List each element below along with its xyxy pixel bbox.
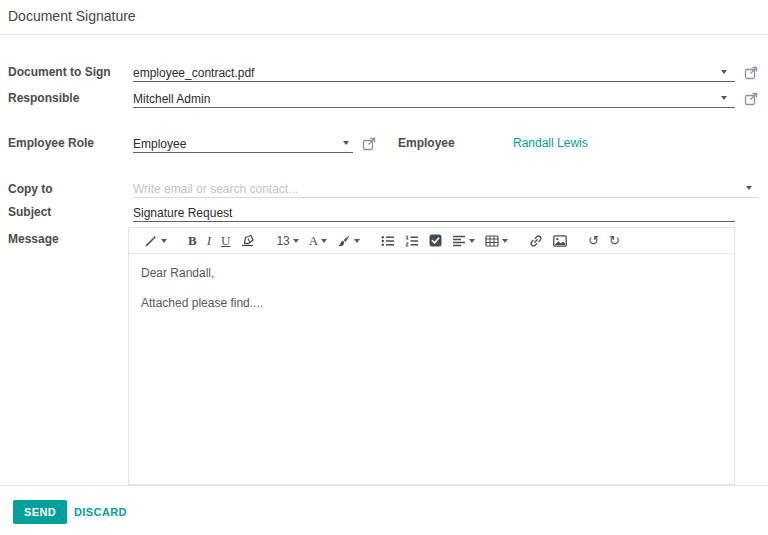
- font-size-value: 13: [276, 235, 289, 247]
- unordered-list-icon: [381, 235, 395, 247]
- document-to-sign-input[interactable]: [133, 65, 735, 82]
- responsible-label: Responsible: [8, 91, 79, 105]
- checklist-icon: [429, 234, 442, 247]
- subject-input[interactable]: [133, 205, 735, 222]
- ordered-list-button[interactable]: [400, 229, 424, 253]
- message-editor: B I U 13 A: [128, 227, 735, 485]
- employee-role-dropdown-caret-icon[interactable]: [343, 141, 349, 145]
- employee-role-external-link-icon[interactable]: [362, 137, 376, 151]
- image-icon: [553, 235, 567, 247]
- employee-role-field: [133, 134, 353, 153]
- employee-value-link[interactable]: Randall Lewis: [513, 136, 588, 150]
- underline-button[interactable]: U: [216, 229, 235, 253]
- subject-field: [133, 203, 735, 222]
- style-caret-icon: [161, 239, 167, 243]
- align-icon: [452, 235, 466, 247]
- page-title: Document Signature: [8, 8, 136, 24]
- eraser-icon: [240, 234, 255, 247]
- magic-wand-icon: [144, 234, 158, 248]
- paint-brush-icon: [337, 234, 351, 247]
- copy-to-label: Copy to: [8, 182, 53, 196]
- remove-format-button[interactable]: [235, 229, 260, 253]
- font-size-caret-icon: [293, 239, 299, 243]
- undo-button[interactable]: ↺: [583, 229, 604, 253]
- highlight-caret-icon: [354, 239, 360, 243]
- responsible-field: [133, 89, 735, 108]
- align-caret-icon: [469, 239, 475, 243]
- editor-toolbar: B I U 13 A: [129, 228, 734, 254]
- document-to-sign-external-link-icon[interactable]: [744, 66, 758, 80]
- italic-button[interactable]: I: [202, 229, 216, 253]
- table-icon: [485, 235, 499, 247]
- message-line-2: Attached please find....: [141, 296, 722, 310]
- redo-button[interactable]: ↻: [604, 229, 625, 253]
- table-dropdown-button[interactable]: [480, 229, 513, 253]
- text-color-dropdown-button[interactable]: A: [304, 229, 332, 253]
- copy-to-input[interactable]: [133, 181, 758, 198]
- discard-button[interactable]: DISCARD: [66, 500, 135, 524]
- link-icon: [529, 234, 543, 248]
- responsible-dropdown-caret-icon[interactable]: [721, 96, 727, 100]
- footer-divider: [0, 485, 768, 486]
- document-to-sign-label: Document to Sign: [8, 65, 111, 79]
- document-to-sign-dropdown-caret-icon[interactable]: [721, 70, 727, 74]
- copy-to-field: [133, 179, 758, 198]
- message-line-1: Dear Randall,: [141, 266, 722, 280]
- bold-button[interactable]: B: [183, 229, 202, 253]
- table-caret-icon: [502, 239, 508, 243]
- style-dropdown-button[interactable]: [139, 229, 172, 253]
- copy-to-dropdown-caret-icon[interactable]: [746, 186, 752, 190]
- text-color-caret-icon: [321, 239, 327, 243]
- insert-link-button[interactable]: [524, 229, 548, 253]
- message-body[interactable]: Dear Randall, Attached please find....: [129, 254, 734, 485]
- send-button[interactable]: SEND: [13, 500, 67, 524]
- text-color-a-label: A: [309, 234, 318, 247]
- header-divider: [0, 34, 768, 35]
- align-dropdown-button[interactable]: [447, 229, 480, 253]
- employee-role-input[interactable]: [133, 136, 353, 153]
- employee-role-label: Employee Role: [8, 136, 94, 150]
- responsible-external-link-icon[interactable]: [744, 92, 758, 106]
- document-signature-dialog: Document Signature Document to Sign Resp…: [0, 0, 768, 535]
- font-size-dropdown-button[interactable]: 13: [271, 229, 303, 253]
- responsible-input[interactable]: [133, 91, 735, 108]
- highlight-color-dropdown-button[interactable]: [332, 229, 365, 253]
- unordered-list-button[interactable]: [376, 229, 400, 253]
- ordered-list-icon: [405, 235, 419, 247]
- subject-label: Subject: [8, 205, 51, 219]
- insert-image-button[interactable]: [548, 229, 572, 253]
- employee-label: Employee: [398, 136, 455, 150]
- checklist-button[interactable]: [424, 229, 447, 253]
- document-to-sign-field: [133, 63, 735, 82]
- message-label: Message: [8, 232, 59, 246]
